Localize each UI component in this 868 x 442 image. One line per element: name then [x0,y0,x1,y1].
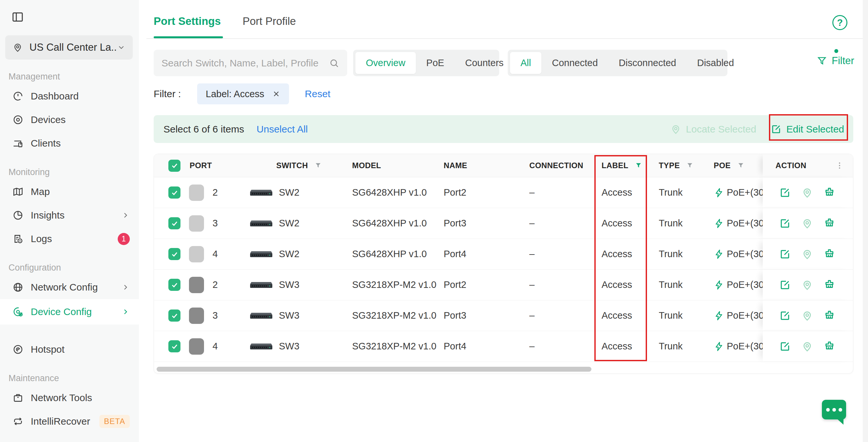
status-toggle-all[interactable]: All [510,52,541,74]
col-header-poe[interactable]: POE [714,154,763,177]
column-filter-icon[interactable] [314,162,322,169]
unselect-all-link[interactable]: Unselect All [257,124,308,135]
status-toggle-disabled[interactable]: Disabled [687,52,744,74]
port-table: PORT SWITCH MODEL NAME CONNECTION LABEL … [154,154,853,374]
status-toggle-disconnected[interactable]: Disconnected [609,52,687,74]
sidebar-item-network-config[interactable]: Network Config [0,275,139,299]
help-icon[interactable]: ? [832,15,847,30]
column-settings-icon[interactable] [835,161,844,170]
chat-dot [839,408,842,412]
col-header-label[interactable]: LABEL [600,154,658,177]
col-header-switch[interactable]: SWITCH [242,154,349,177]
label-cell: Access [601,218,632,229]
clear-port-icon[interactable] [824,279,835,291]
edit-port-icon[interactable] [779,341,791,352]
switch-photo [249,249,274,259]
label-cell: Access [601,248,632,260]
col-header-port[interactable]: PORT [183,154,242,177]
check-icon [170,189,179,197]
view-toggle-poe[interactable]: PoE [416,52,455,74]
view-toggle-overview[interactable]: Overview [355,52,416,74]
edit-port-icon[interactable] [779,279,791,291]
sidebar-item-devices[interactable]: Devices [0,108,139,131]
locate-port-icon[interactable] [801,341,813,352]
row-checkbox[interactable] [168,186,181,199]
port-icon [189,277,204,293]
locate-port-icon[interactable] [801,217,813,229]
locate-port-icon[interactable] [801,310,813,322]
column-filter-active-icon[interactable] [635,162,642,169]
edit-port-icon[interactable] [779,217,791,229]
sidebar-item-dashboard[interactable]: Dashboard [0,84,139,108]
sidebar-item-insights[interactable]: Insights [0,204,139,227]
connection-cell: – [529,279,534,290]
chat-widget-button[interactable] [822,400,846,419]
search-input[interactable]: Search Switch, Name, Label, Profile [154,50,347,76]
sidebar-item-map[interactable]: Map [0,180,139,204]
edit-selected-button[interactable]: Edit Selected [771,124,844,135]
beta-badge: BETA [99,415,130,428]
col-header-type[interactable]: TYPE [658,154,714,177]
sidebar-item-device-config[interactable]: Device Config [0,299,139,325]
horizontal-scrollbar[interactable] [157,367,591,372]
connection-cell: – [529,187,534,198]
status-toggle-connected[interactable]: Connected [541,52,608,74]
locate-selected-button[interactable]: Locate Selected [670,124,756,135]
name-cell: Port2 [444,187,466,198]
row-checkbox[interactable] [168,279,181,291]
col-header-connection[interactable]: CONNECTION [527,154,600,177]
tab-port-settings[interactable]: Port Settings [154,15,221,28]
view-toggle-counters[interactable]: Counters [455,52,514,74]
page-scrollbar[interactable] [863,0,868,442]
col-header-model[interactable]: MODEL [349,154,441,177]
name-cell: Port4 [444,341,466,352]
edit-port-icon[interactable] [779,248,791,260]
row-checkbox[interactable] [168,310,181,322]
name-cell: Port4 [444,248,466,260]
remove-filter-icon[interactable] [272,90,280,98]
port-number: 3 [213,218,218,229]
column-filter-icon[interactable] [686,162,693,169]
filter-bar: Filter : Label: Access Reset [154,83,331,105]
poe-cell: PoE+(30 [714,248,763,260]
lightning-bolt-icon [714,249,724,260]
filter-button[interactable]: Filter [817,55,854,67]
row-checkbox[interactable] [168,217,181,229]
clear-port-icon[interactable] [824,310,835,322]
site-selector[interactable]: US Call Center La... [5,35,133,60]
clear-port-icon[interactable] [824,248,835,260]
connection-cell: – [529,248,534,260]
clear-port-icon[interactable] [824,341,835,352]
poe-cell: PoE+(30 [714,218,763,229]
chevron-right-icon [121,283,130,292]
locate-port-icon[interactable] [801,187,813,199]
sidebar-collapse-icon[interactable] [11,10,24,24]
logs-count-badge: 1 [118,233,130,245]
clear-port-icon[interactable] [824,217,835,229]
select-all-checkbox[interactable] [168,160,181,172]
locate-port-icon[interactable] [801,279,813,291]
connection-cell: – [529,218,534,229]
row-checkbox[interactable] [168,340,181,352]
model-cell: SG3218XP-M2 v1.0 [352,310,436,321]
reset-filters-link[interactable]: Reset [305,88,330,99]
sidebar-item-intellirecover[interactable]: IntelliRecover BETA [0,410,139,433]
locate-port-icon[interactable] [801,248,813,260]
insights-icon [12,210,24,221]
lightning-bolt-icon [714,311,724,321]
col-header-name[interactable]: NAME [441,154,527,177]
clear-port-icon[interactable] [824,187,835,199]
sidebar-item-network-tools[interactable]: Network Tools [0,386,139,410]
edit-port-icon[interactable] [779,187,791,199]
sidebar-item-hotspot[interactable]: Hotspot [0,337,139,361]
row-checkbox[interactable] [168,248,181,260]
label-cell: Access [601,310,632,321]
sidebar-item-logs[interactable]: Logs 1 [0,227,139,251]
sidebar-item-clients[interactable]: Clients [0,131,139,155]
column-filter-icon[interactable] [737,162,744,169]
type-cell: Trunk [659,310,683,321]
edit-port-icon[interactable] [779,310,791,322]
table-row: 2 SW3 SG3218XP-M2 v1.0 Port2 – Access Tr… [154,270,853,300]
switch-name: SW3 [279,279,300,290]
tab-port-profile[interactable]: Port Profile [243,15,296,28]
